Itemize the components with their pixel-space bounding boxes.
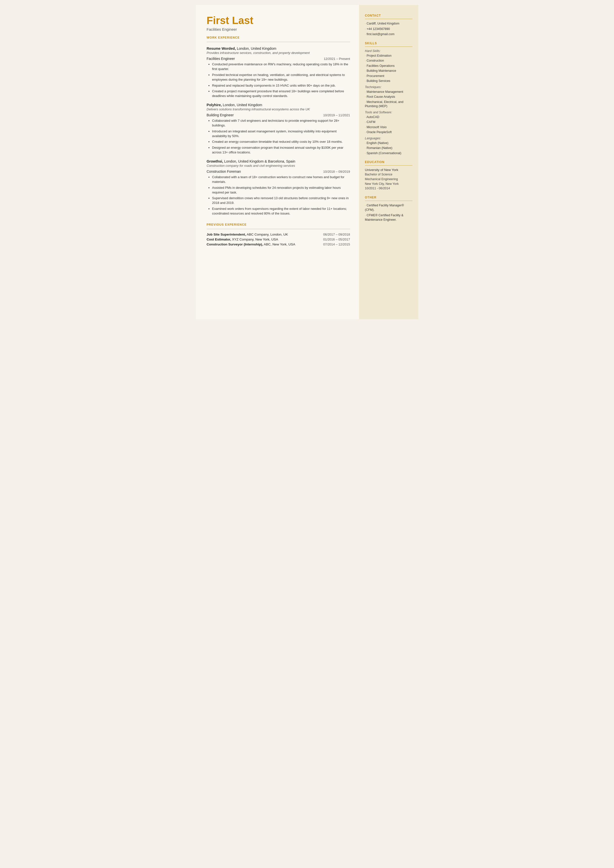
employer-2-name-rest: London, United Kingdom (222, 103, 262, 107)
employer-1-bullets: Conducted preventive maintenance on RW's… (207, 62, 350, 98)
edu-school: University of New York (365, 168, 412, 172)
employer-1-name-rest: London, United Kingdom (236, 47, 276, 50)
other-list: Certified Facility Manager® (CFM). CFME®… (365, 203, 412, 222)
skill-item: Construction (365, 59, 412, 63)
edu-degree: Bachelor of Science Mechanical Engineeri… (365, 172, 412, 191)
bullet-item: Introduced an integrated asset managemen… (212, 129, 350, 138)
languages-list: English (Native) Romanian (Native) Spani… (365, 141, 412, 156)
prev-exp-item-2: Cost Estimator, XYZ Company, New York, U… (207, 238, 350, 241)
employer-1: Resume Worded, London, United Kingdom Pr… (207, 47, 350, 98)
prev-exp-1-title: Job Site Superintendent, ABC Company, Lo… (207, 233, 288, 236)
employer-2-name: Polyhire, London, United Kingdom (207, 103, 350, 107)
prev-exp-2-dates: 01/2016 – 05/2017 (323, 238, 350, 241)
bullet-item: Designed an energy conservation program … (212, 146, 350, 155)
bullet-item: Created a project management procedure t… (212, 89, 350, 98)
skill-item: Project Estimation (365, 54, 412, 58)
employer-3-desc: Construction company for roads and civil… (207, 164, 350, 168)
other-label: OTHER (365, 196, 412, 199)
techniques-list: Maintenance Management Root Cause Analys… (365, 90, 412, 109)
contact-label: CONTACT (365, 14, 412, 17)
work-experience-section: WORK EXPERIENCE Resume Worded, London, U… (207, 36, 350, 216)
previous-experience-label: PREVIOUS EXPERIENCE (207, 223, 350, 227)
employer-1-name-bold: Resume Worded, (207, 47, 236, 50)
prev-exp-divider (207, 229, 350, 229)
job-title: Facilities Engineer (207, 27, 350, 31)
employer-3-name: Growthsi, London, United Kingdom & Barce… (207, 159, 350, 163)
contact-item-phone: +44 1234567890 (365, 27, 412, 31)
skill-item: Facilities Operations (365, 64, 412, 68)
skill-item: Building Maintenance (365, 69, 412, 73)
technique-item: Mechanical, Electrical, and Plumbing (ME… (365, 100, 412, 109)
employer-1-name: Resume Worded, London, United Kingdom (207, 47, 350, 50)
prev-exp-1-bold: Job Site Superintendent, (207, 233, 246, 236)
left-column: First Last Facilities Engineer WORK EXPE… (196, 5, 359, 319)
bullet-item: Collaborated with 7 civil engineers and … (212, 118, 350, 128)
prev-exp-item-1: Job Site Superintendent, ABC Company, Lo… (207, 233, 350, 236)
prev-exp-2-rest: XYZ Company, New York, USA (231, 238, 278, 241)
prev-exp-3-title: Construction Surveyor (Internship), ABC,… (207, 242, 296, 246)
prev-exp-3-dates: 07/2014 – 12/2015 (323, 242, 350, 246)
tool-item: AutoCAD (365, 115, 412, 120)
education-divider (365, 165, 412, 166)
language-item: Romanian (Native) (365, 146, 412, 151)
contact-list: Cardiff, United Kingdom +44 1234567890 f… (365, 22, 412, 37)
employer-2: Polyhire, London, United Kingdom Deliver… (207, 103, 350, 155)
bullet-item: Collaborated with a team of 18+ construc… (212, 175, 350, 184)
employer-3-dates: 10/2018 – 09/2019 (323, 170, 350, 174)
languages-sub: Languages: (365, 137, 412, 140)
bullet-item: Assisted PMs in developing schedules for… (212, 186, 350, 195)
skills-section: SKILLS Hard Skills: Project Estimation C… (365, 42, 412, 156)
other-section: OTHER Certified Facility Manager® (CFM).… (365, 196, 412, 222)
skills-label: SKILLS (365, 42, 412, 45)
bullet-item: Conducted preventive maintenance on RW's… (212, 62, 350, 71)
prev-exp-2-title: Cost Estimator, XYZ Company, New York, U… (207, 238, 278, 241)
tools-list: AutoCAD CAFM Microsoft Visio Oracle Peop… (365, 115, 412, 135)
language-item: Spanish (Conversational) (365, 151, 412, 156)
right-column: CONTACT Cardiff, United Kingdom +44 1234… (359, 5, 419, 319)
employer-2-dates: 10/2019 – 11/2021 (323, 113, 350, 117)
prev-exp-1-dates: 06/2017 – 09/2018 (323, 233, 350, 236)
technique-item: Maintenance Management (365, 90, 412, 94)
education-label: EDUCATION (365, 160, 412, 164)
tool-item: Microsoft Visio (365, 125, 412, 130)
tool-item: Oracle PeopleSoft (365, 130, 412, 135)
employer-2-name-bold: Polyhire, (207, 103, 222, 107)
employer-3-bullets: Collaborated with a team of 18+ construc… (207, 175, 350, 216)
other-item: Certified Facility Manager® (CFM). (365, 203, 412, 212)
name-section: First Last Facilities Engineer (207, 15, 350, 31)
contact-item-email: first.last@gmail.com (365, 32, 412, 37)
skills-divider (365, 47, 412, 47)
work-experience-label: WORK EXPERIENCE (207, 36, 350, 39)
employer-1-desc: Provides infrastructure services, constr… (207, 51, 350, 55)
hard-skills-list: Project Estimation Construction Faciliti… (365, 54, 412, 83)
resume-page: First Last Facilities Engineer WORK EXPE… (196, 5, 419, 319)
employer-2-role: Building Engineer (207, 113, 234, 117)
employer-2-role-row: Building Engineer 10/2019 – 11/2021 (207, 113, 350, 117)
prev-exp-1-rest: ABC Company, London, UK (246, 233, 288, 236)
prev-exp-3-bold: Construction Surveyor (Internship), (207, 242, 263, 246)
bullet-item: Repaired and replaced faulty components … (212, 83, 350, 88)
employer-3-role: Construction Foreman (207, 169, 241, 174)
tools-sub: Tools and Software: (365, 110, 412, 114)
skill-item: Building Services (365, 79, 412, 83)
bullet-item: Examined work orders from supervisors re… (212, 207, 350, 216)
tool-item: CAFM (365, 120, 412, 124)
techniques-sub: Techniques: (365, 85, 412, 89)
contact-section: CONTACT Cardiff, United Kingdom +44 1234… (365, 14, 412, 37)
employer-2-desc: Delivers solutions transforming infrastr… (207, 107, 350, 111)
prev-exp-2-bold: Cost Estimator, (207, 238, 231, 241)
employer-2-bullets: Collaborated with 7 civil engineers and … (207, 118, 350, 155)
bullet-item: Created an energy conservation timetable… (212, 140, 350, 144)
prev-exp-3-rest: ABC, New York, USA (263, 242, 296, 246)
education-section: EDUCATION University of New York Bachelo… (365, 160, 412, 191)
bullet-item: Provided technical expertise on heating,… (212, 73, 350, 82)
employer-1-role: Facilities Engineer (207, 57, 235, 61)
bullet-item: Supervised demolition crews who removed … (212, 196, 350, 205)
employer-3-name-bold: Growthsi, (207, 159, 223, 163)
prev-exp-item-3: Construction Surveyor (Internship), ABC,… (207, 242, 350, 246)
other-item: CFME® Certified Facility & Maintenance E… (365, 213, 412, 222)
employer-1-role-row: Facilities Engineer 12/2021 – Present (207, 57, 350, 61)
employer-3-name-rest: London, United Kingdom & Barcelona, Spai… (223, 159, 295, 163)
language-item: English (Native) (365, 141, 412, 146)
employer-1-dates: 12/2021 – Present (324, 57, 350, 61)
